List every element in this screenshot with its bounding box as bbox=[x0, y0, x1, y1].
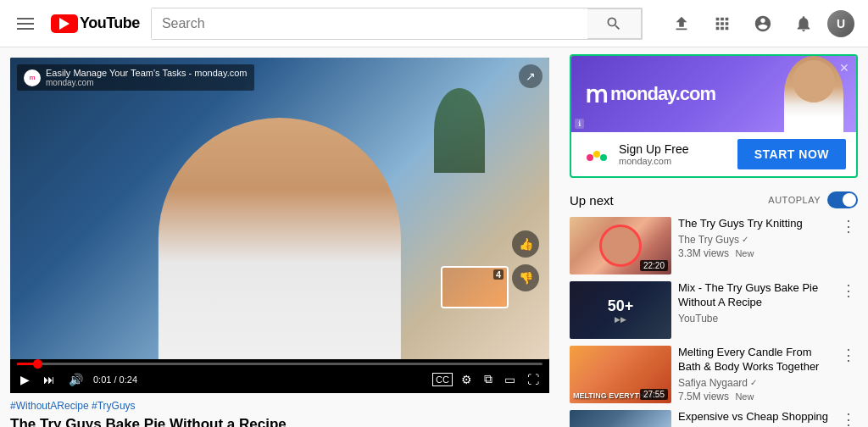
card-duration-3: 27:55 bbox=[640, 389, 668, 400]
card-meta-1: 3.3M views New bbox=[678, 247, 832, 259]
video-list: 22:20 The Try Guys Try Knitting The Try … bbox=[570, 217, 858, 427]
card-thumb-expensive: EXPENSIVE vs CHEAP bbox=[570, 410, 671, 427]
progress-bar[interactable] bbox=[17, 363, 542, 365]
card-title-2: Mix - The Try Guys Bake Pie Without A Re… bbox=[678, 281, 832, 310]
miniplayer-button[interactable]: ⧉ bbox=[481, 370, 496, 388]
header: YouTube U bbox=[0, 0, 868, 47]
header-center bbox=[151, 8, 643, 40]
autoplay-toggle[interactable] bbox=[827, 191, 858, 208]
overlay-title-text: Easily Manage Your Team's Tasks - monday… bbox=[46, 68, 248, 87]
verified-icon-1: ✓ bbox=[742, 235, 748, 244]
theater-button[interactable]: ▭ bbox=[501, 371, 519, 388]
card-more-button-3[interactable]: ⋮ bbox=[839, 346, 858, 403]
fullscreen-button[interactable]: ⛶ bbox=[524, 371, 542, 388]
video-person bbox=[159, 118, 401, 359]
upload-icon[interactable] bbox=[665, 7, 698, 41]
card-more-button-2[interactable]: ⋮ bbox=[839, 281, 858, 339]
ad-close-button[interactable]: ✕ bbox=[836, 59, 853, 76]
card-thumb-mix: 50+ ▶▶ bbox=[570, 281, 671, 339]
video-section: m Easily Manage Your Team's Tasks - mond… bbox=[0, 47, 559, 427]
youtube-logo[interactable]: YouTube bbox=[51, 14, 140, 33]
card-more-button-1[interactable]: ⋮ bbox=[839, 217, 858, 274]
search-bar bbox=[151, 8, 643, 40]
card-info-1: The Try Guys Try Knitting The Try Guys ✓… bbox=[678, 217, 832, 274]
card-thumb-knitting: 22:20 bbox=[570, 217, 671, 274]
progress-dot bbox=[33, 359, 42, 369]
video-title: The Try Guys Bake Pie Without a Recipe bbox=[10, 415, 549, 427]
controls-row: ▶ ⏭ 🔊 0:01 / 0:24 CC ⚙ ⧉ ▭ ⛶ bbox=[17, 370, 542, 388]
yt-icon bbox=[51, 14, 78, 33]
card-duration-1: 22:20 bbox=[640, 260, 668, 271]
toggle-dot bbox=[843, 193, 856, 207]
card-title-1: The Try Guys Try Knitting bbox=[678, 217, 832, 231]
yt-logo-text: YouTube bbox=[80, 14, 140, 32]
up-next-header: Up next AUTOPLAY bbox=[570, 191, 858, 208]
next-video-thumbnail[interactable]: 4 bbox=[441, 266, 509, 308]
settings-button[interactable]: ⚙ bbox=[458, 371, 476, 388]
ad-banner: ⅿ monday.com ✕ ℹ bbox=[571, 56, 856, 132]
time-display: 0:01 / 0:24 bbox=[93, 374, 137, 385]
video-card-mix[interactable]: 50+ ▶▶ Mix - The Try Guys Bake Pie Witho… bbox=[570, 281, 858, 339]
progress-fill bbox=[17, 363, 38, 365]
start-now-button[interactable]: START NOW bbox=[737, 139, 846, 169]
card-meta-3: 7.5M views New bbox=[678, 391, 832, 402]
card-info-2: Mix - The Try Guys Bake Pie Without A Re… bbox=[678, 281, 832, 339]
card-badge-1: New bbox=[735, 248, 754, 258]
cc-button[interactable]: CC bbox=[432, 373, 453, 386]
svg-point-3 bbox=[600, 154, 607, 161]
up-next-title: Up next bbox=[570, 193, 614, 208]
svg-point-1 bbox=[587, 154, 593, 161]
video-card-knitting[interactable]: 22:20 The Try Guys Try Knitting The Try … bbox=[570, 217, 858, 274]
card-info-3: Melting Every Candle From Bath & Body Wo… bbox=[678, 346, 832, 403]
avatar[interactable]: U bbox=[827, 10, 854, 37]
header-left: YouTube bbox=[14, 14, 140, 33]
video-share-icon[interactable]: ↗ bbox=[519, 64, 542, 88]
thumbnail-number: 4 bbox=[493, 269, 504, 280]
card-channel-3: Safiya Nygaard ✓ bbox=[678, 377, 832, 389]
video-overlay-top: m Easily Manage Your Team's Tasks - mond… bbox=[10, 58, 549, 97]
video-controls: ▶ ⏭ 🔊 0:01 / 0:24 CC ⚙ ⧉ ▭ ⛶ bbox=[10, 359, 549, 393]
search-icon bbox=[605, 15, 622, 32]
card-more-button-4[interactable]: ⋮ bbox=[839, 410, 858, 427]
card-title-3: Melting Every Candle From Bath & Body Wo… bbox=[678, 346, 832, 374]
hamburger-menu[interactable] bbox=[14, 14, 37, 33]
autoplay-row: AUTOPLAY bbox=[768, 191, 858, 208]
monday-logo: ⅿ monday.com bbox=[585, 80, 715, 108]
sidebar: ⅿ monday.com ✕ ℹ bbox=[559, 47, 868, 427]
play-button[interactable]: ▶ bbox=[17, 371, 33, 388]
ad-bottom-left: Sign Up Free monday.com bbox=[581, 139, 688, 169]
search-input[interactable] bbox=[152, 8, 587, 39]
controls-right: CC ⚙ ⧉ ▭ ⛶ bbox=[432, 370, 542, 388]
search-button[interactable] bbox=[587, 8, 642, 39]
card-title-4: Expensive vs Cheap Shopping Challenge bbox=[678, 410, 832, 427]
dislike-button[interactable]: 👎 bbox=[512, 264, 539, 291]
verified-icon-3: ✓ bbox=[750, 378, 757, 387]
card-badge-3: New bbox=[735, 391, 754, 402]
card-info-4: Expensive vs Cheap Shopping Challenge bbox=[678, 410, 832, 427]
apps-icon[interactable] bbox=[705, 7, 739, 41]
video-tags[interactable]: #WithoutARecipe #TryGuys bbox=[10, 400, 549, 412]
next-button[interactable]: ⏭ bbox=[40, 371, 58, 388]
video-player[interactable]: m Easily Manage Your Team's Tasks - mond… bbox=[10, 58, 549, 359]
autoplay-label: AUTOPLAY bbox=[768, 195, 821, 205]
like-button[interactable]: 👍 bbox=[512, 230, 539, 258]
card-channel-1: The Try Guys ✓ bbox=[678, 234, 832, 246]
video-card-expensive[interactable]: EXPENSIVE vs CHEAP Expensive vs Cheap Sh… bbox=[570, 410, 858, 427]
svg-point-2 bbox=[593, 151, 600, 158]
video-info: #WithoutARecipe #TryGuys The Try Guys Ba… bbox=[10, 393, 549, 427]
monday-logo-overlay: m bbox=[24, 69, 41, 86]
ad-container: ⅿ monday.com ✕ ℹ bbox=[570, 54, 858, 178]
account-circle-icon[interactable] bbox=[746, 7, 780, 41]
video-card-candle[interactable]: MELTING EVERYTHING! 27:55 Melting Every … bbox=[570, 346, 858, 403]
ad-info-icon[interactable]: ℹ bbox=[575, 119, 584, 129]
ad-bottom: Sign Up Free monday.com START NOW bbox=[571, 132, 856, 176]
card-thumb-candle: MELTING EVERYTHING! 27:55 bbox=[570, 346, 671, 403]
ad-text-block: Sign Up Free monday.com bbox=[619, 142, 688, 166]
video-title-overlay: m Easily Manage Your Team's Tasks - mond… bbox=[17, 64, 254, 91]
volume-button[interactable]: 🔊 bbox=[65, 371, 86, 388]
card-channel-2: YouTube bbox=[678, 313, 832, 324]
plant-decoration bbox=[434, 88, 485, 173]
video-like-area: 👍 👎 bbox=[512, 230, 539, 291]
main-layout: m Easily Manage Your Team's Tasks - mond… bbox=[0, 47, 868, 427]
notifications-icon[interactable] bbox=[787, 7, 821, 41]
